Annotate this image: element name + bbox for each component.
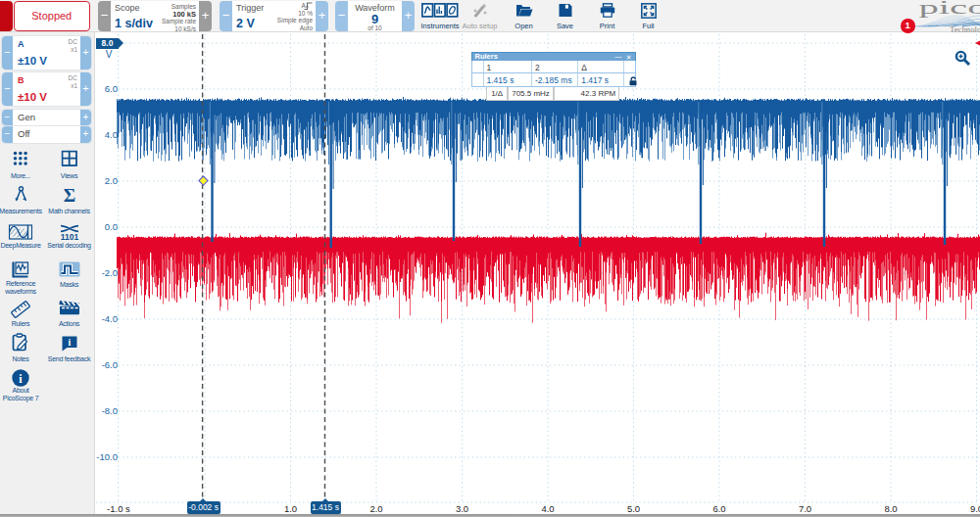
svg-text:Technology: Technology xyxy=(950,25,980,34)
svg-text:1101: 1101 xyxy=(60,232,78,241)
svg-text:Σ: Σ xyxy=(63,185,74,204)
svg-text:i: i xyxy=(68,337,71,348)
svg-text:pico: pico xyxy=(919,0,980,18)
